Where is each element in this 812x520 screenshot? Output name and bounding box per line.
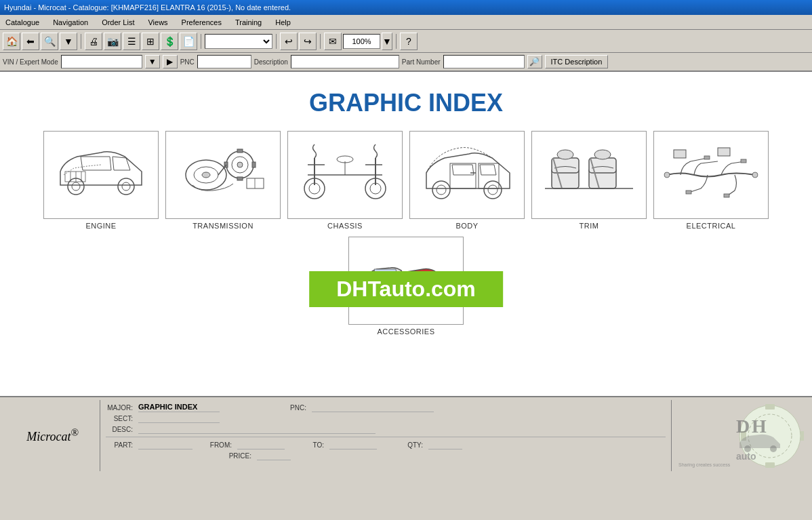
- desc-status-value: [138, 424, 375, 434]
- svg-point-55: [752, 172, 758, 178]
- major-label: MAJOR:: [106, 404, 133, 412]
- vin-label: VIN / Expert Mode: [3, 58, 58, 66]
- svg-rect-50: [704, 156, 710, 159]
- title-bar: Hyundai - Microcat - Catalogue: [KHMAPF2…: [0, 0, 812, 15]
- main-content: GRAPHIC INDEX: [0, 72, 812, 396]
- part-search-btn[interactable]: 🔎: [527, 55, 542, 68]
- toolbar-zoom-dropdown[interactable]: ▼: [382, 33, 392, 50]
- svg-point-38: [484, 181, 502, 199]
- svg-rect-69: [765, 462, 775, 468]
- toolbar-redo-btn[interactable]: ↪: [299, 33, 317, 50]
- category-engine[interactable]: ENGINE: [43, 131, 159, 230]
- itc-btn[interactable]: ITC Description: [545, 55, 609, 68]
- category-transmission[interactable]: TRANSMISSION: [165, 131, 281, 230]
- toolbar-grid-btn[interactable]: ⊞: [142, 33, 159, 50]
- chassis-image[interactable]: [287, 131, 403, 219]
- body-image[interactable]: [409, 131, 525, 219]
- vin-input[interactable]: [61, 55, 142, 68]
- toolbar-undo-btn[interactable]: ↩: [280, 33, 298, 50]
- svg-rect-71: [800, 431, 804, 441]
- separator-5: [396, 34, 397, 49]
- part-label: Part Number: [402, 58, 441, 66]
- toolbar-zoom-input[interactable]: [343, 34, 380, 49]
- desc-row: DESC:: [106, 424, 666, 434]
- svg-point-13: [237, 162, 243, 167]
- input-bar: VIN / Expert Mode ▼ ▶ PNC Description Pa…: [0, 53, 812, 72]
- category-body[interactable]: BODY: [409, 131, 525, 230]
- svg-rect-17: [252, 162, 256, 167]
- toolbar-help-btn[interactable]: ?: [400, 33, 418, 50]
- accessories-label: ACCESSORIES: [378, 327, 435, 336]
- pnc-input[interactable]: [197, 55, 251, 68]
- separator-4: [320, 34, 321, 49]
- chassis-svg: [294, 138, 396, 212]
- vin-down-btn[interactable]: ▼: [145, 55, 160, 68]
- bottom-left: Microcat®: [5, 400, 100, 471]
- accessories-image[interactable]: [348, 237, 464, 325]
- svg-point-48: [557, 150, 573, 159]
- svg-point-49: [594, 150, 611, 159]
- toolbar-msg-btn[interactable]: ✉: [324, 33, 342, 50]
- svg-point-75: [770, 445, 777, 452]
- major-row: MAJOR: GRAPHIC INDEX PNC:: [106, 403, 666, 412]
- toolbar-search-btn[interactable]: 🔍: [41, 33, 58, 50]
- svg-point-2: [118, 178, 134, 195]
- menu-help[interactable]: Help: [272, 17, 293, 28]
- to-label: TO:: [297, 441, 324, 449]
- status-bar: Microcat® MAJOR: GRAPHIC INDEX PNC: SECT…: [0, 396, 812, 474]
- toolbar-money-btn[interactable]: 💲: [161, 33, 178, 50]
- engine-image[interactable]: [43, 131, 159, 219]
- svg-point-65: [430, 292, 437, 299]
- electrical-image[interactable]: [653, 131, 769, 219]
- toolbar-home-btn[interactable]: 🏠: [3, 33, 20, 50]
- menu-catalogue[interactable]: Catalogue: [3, 17, 42, 28]
- svg-text:D: D: [736, 416, 750, 437]
- toolbar-doc-btn[interactable]: 📄: [180, 33, 197, 50]
- transmission-svg: [172, 138, 274, 212]
- category-electrical[interactable]: ELECTRICAL: [653, 131, 769, 230]
- engine-label: ENGINE: [85, 222, 116, 230]
- from-value: [237, 440, 285, 449]
- electrical-label: ELECTRICAL: [687, 222, 736, 230]
- category-grid: ENGINE: [7, 131, 805, 336]
- category-trim[interactable]: TRIM: [531, 131, 647, 230]
- microcat-logo: Microcat®: [18, 422, 87, 449]
- svg-rect-4: [65, 172, 85, 182]
- vin-next-btn[interactable]: ▶: [163, 55, 178, 68]
- trim-image[interactable]: [531, 131, 647, 219]
- to-value: [329, 440, 377, 449]
- transmission-image[interactable]: [165, 131, 281, 219]
- electrical-svg: [660, 138, 762, 212]
- toolbar-model-select[interactable]: [205, 34, 272, 49]
- sect-label: SECT:: [106, 415, 133, 422]
- toolbar-print-btn[interactable]: 🖨: [85, 33, 102, 50]
- from-label: FROM:: [205, 441, 232, 449]
- toolbar-list-btn[interactable]: ☰: [123, 33, 140, 50]
- toolbar-filter-btn[interactable]: ▼: [60, 33, 77, 50]
- separator-3: [276, 34, 277, 49]
- svg-rect-15: [237, 177, 243, 180]
- svg-rect-51: [741, 159, 746, 163]
- pnc-status-label: PNC:: [279, 404, 306, 412]
- bottom-section: Microcat® MAJOR: GRAPHIC INDEX PNC: SECT…: [5, 400, 807, 471]
- toolbar-camera-btn[interactable]: 📷: [104, 33, 121, 50]
- pnc-status-value: [312, 403, 434, 412]
- major-value: GRAPHIC INDEX: [138, 403, 220, 412]
- menu-training[interactable]: Training: [232, 17, 264, 28]
- desc-input[interactable]: [291, 55, 399, 68]
- svg-point-37: [437, 185, 446, 195]
- menu-views[interactable]: Views: [145, 17, 170, 28]
- category-chassis[interactable]: CHASSIS: [287, 131, 403, 230]
- separator-1: [81, 34, 81, 49]
- body-label: BODY: [455, 222, 478, 230]
- accessories-svg: [355, 243, 457, 318]
- menu-preferences[interactable]: Preferences: [179, 17, 224, 28]
- menu-orderlist[interactable]: Order List: [99, 17, 137, 28]
- category-accessories[interactable]: ACCESSORIES: [348, 237, 464, 336]
- svg-point-39: [488, 185, 498, 195]
- menu-navigation[interactable]: Navigation: [50, 17, 91, 28]
- toolbar-back-btn[interactable]: ⬅: [22, 33, 39, 50]
- svg-point-10: [202, 172, 210, 178]
- desc-label: Description: [254, 58, 288, 66]
- part-input[interactable]: [443, 55, 525, 68]
